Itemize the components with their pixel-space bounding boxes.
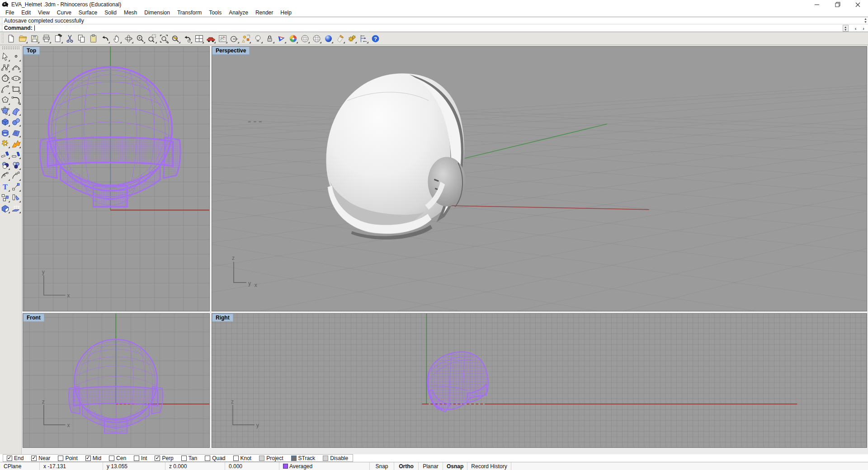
fillet-edge-tool-icon[interactable]	[0, 149, 10, 160]
dimension-arrows-icon[interactable]	[358, 33, 369, 44]
command-spinner[interactable]: ▲▼	[843, 25, 849, 32]
menu-file[interactable]: File	[2, 9, 18, 17]
viewport-front-canvas[interactable]: z x	[23, 314, 209, 447]
ellipse-tool-icon[interactable]	[11, 73, 21, 84]
osnap-int-checkbox[interactable]	[134, 456, 139, 461]
extrude-tool-icon[interactable]	[11, 203, 21, 214]
zoom-window-icon[interactable]	[146, 33, 157, 44]
light-bulb-icon[interactable]	[252, 33, 263, 44]
circle-center-icon[interactable]	[229, 33, 240, 44]
surface-corner-tool-icon[interactable]	[0, 106, 10, 116]
osnap-mid-checkbox[interactable]	[85, 456, 91, 461]
minimize-button[interactable]	[807, 0, 827, 9]
menu-tools[interactable]: Tools	[205, 9, 225, 17]
viewport-top-canvas[interactable]: y x	[23, 47, 209, 311]
help-icon[interactable]: ?	[370, 33, 381, 44]
osnap-end-checkbox[interactable]	[7, 456, 12, 461]
lock-icon[interactable]	[264, 33, 275, 44]
open-file-icon[interactable]	[17, 33, 28, 44]
viewport-right-label[interactable]: Right	[212, 314, 233, 322]
osnap-project[interactable]: Project	[259, 455, 283, 461]
osnap-quad-checkbox[interactable]	[205, 456, 210, 461]
menu-mesh[interactable]: Mesh	[120, 9, 141, 17]
interpolate-curve-tool-icon[interactable]	[11, 62, 21, 73]
viewport-perspective[interactable]: Perspective	[212, 46, 867, 311]
osnap-cen[interactable]: Cen	[109, 455, 126, 461]
car-icon[interactable]	[205, 33, 216, 44]
menu-help[interactable]: Help	[277, 9, 295, 17]
menu-curve[interactable]: Curve	[53, 9, 75, 17]
adjust-curve-tool-icon[interactable]	[0, 171, 10, 181]
pointer-tool-icon[interactable]	[0, 52, 10, 62]
status-toggle-osnap[interactable]: Osnap	[443, 462, 467, 470]
extend-curve-tool-icon[interactable]	[11, 171, 21, 181]
menu-view[interactable]: View	[34, 9, 53, 17]
text-tool-icon[interactable]: T	[0, 182, 10, 192]
zoom-dynamic-icon[interactable]	[135, 33, 146, 44]
command-grip[interactable]	[0, 24, 3, 32]
restore-button[interactable]	[827, 0, 848, 9]
viewport-perspective-canvas[interactable]: z y x	[212, 47, 867, 311]
osnap-near[interactable]: Near	[31, 455, 50, 461]
osnap-tan-checkbox[interactable]	[181, 456, 187, 461]
osnap-mid[interactable]: Mid	[85, 455, 101, 461]
viewport-layout-icon[interactable]	[193, 33, 204, 44]
command-line[interactable]: Command: ▲▼ ‹ ›	[0, 24, 868, 32]
menu-solid[interactable]: Solid	[101, 9, 120, 17]
osnap-quad[interactable]: Quad	[205, 455, 225, 461]
osnap-strack[interactable]: STrack	[291, 455, 316, 461]
mesh-surface-tool-icon[interactable]	[11, 127, 21, 138]
viewport-front-label[interactable]: Front	[23, 314, 44, 322]
zoom-selected-icon[interactable]	[170, 33, 181, 44]
cylinder-hole-tool-icon[interactable]	[0, 127, 10, 138]
viewport-perspective-label[interactable]: Perspective	[212, 47, 250, 55]
toolbar-grip[interactable]	[1, 32, 4, 43]
osnap-tan[interactable]: Tan	[181, 455, 197, 461]
new-document-icon[interactable]	[5, 33, 16, 44]
spheres-tool-icon[interactable]	[11, 117, 21, 127]
sphere-latlong-icon[interactable]	[311, 33, 322, 44]
solid-face-tool-icon[interactable]	[0, 203, 10, 214]
arc-tool-icon[interactable]	[0, 84, 10, 94]
osnap-int[interactable]: Int	[134, 455, 147, 461]
gears-icon[interactable]	[346, 33, 357, 44]
boolean-star-tool-icon[interactable]	[0, 138, 10, 149]
color-wheel-icon[interactable]	[288, 33, 298, 44]
rectangle-tool-icon[interactable]	[11, 84, 21, 94]
osnap-disable[interactable]: Disable	[323, 455, 348, 461]
osnap-strack-box[interactable]	[291, 456, 297, 461]
chamfer-edge-tool-icon[interactable]	[11, 149, 21, 160]
viewport-top[interactable]: Top y x	[23, 46, 210, 311]
fillet-corner-tool-icon[interactable]	[11, 95, 21, 105]
align-tool-icon[interactable]	[11, 193, 21, 203]
osnap-project-box[interactable]	[259, 456, 264, 461]
zoom-extents-icon[interactable]	[158, 33, 169, 44]
viewport-right-canvas[interactable]: z y	[212, 314, 867, 447]
status-toggle-record-history[interactable]: Record History	[467, 462, 511, 470]
pan-hand-icon[interactable]	[111, 33, 122, 44]
viewport-top-label[interactable]: Top	[23, 47, 40, 55]
sphere-wireframe-icon[interactable]	[299, 33, 310, 44]
prev-command-icon[interactable]: ‹	[855, 26, 857, 31]
copy-icon[interactable]	[76, 33, 87, 44]
osnap-perp-checkbox[interactable]	[155, 456, 160, 461]
site-map-icon[interactable]	[217, 33, 228, 44]
polygon-tool-icon[interactable]	[0, 95, 10, 105]
explode-tool-icon[interactable]	[11, 138, 21, 149]
osnap-end[interactable]: End	[7, 455, 24, 461]
osnap-point-checkbox[interactable]	[58, 456, 63, 461]
history-grip[interactable]	[0, 17, 3, 24]
menu-dimension[interactable]: Dimension	[141, 9, 174, 17]
osnap-knot-checkbox[interactable]	[233, 456, 239, 461]
close-button[interactable]	[848, 0, 868, 9]
cone-light-icon[interactable]	[335, 33, 345, 44]
surface-curved-tool-icon[interactable]	[11, 106, 21, 116]
cut-icon[interactable]	[64, 33, 75, 44]
status-toggle-ortho[interactable]: Ortho	[394, 462, 419, 470]
undo-icon[interactable]	[99, 33, 110, 44]
menu-edit[interactable]: Edit	[18, 9, 34, 17]
point-tool-icon[interactable]	[11, 52, 21, 62]
viewport-front[interactable]: Front z x	[23, 313, 210, 448]
layer-pane[interactable]: Averaged	[279, 462, 370, 470]
osnap-knot[interactable]: Knot	[233, 455, 252, 461]
